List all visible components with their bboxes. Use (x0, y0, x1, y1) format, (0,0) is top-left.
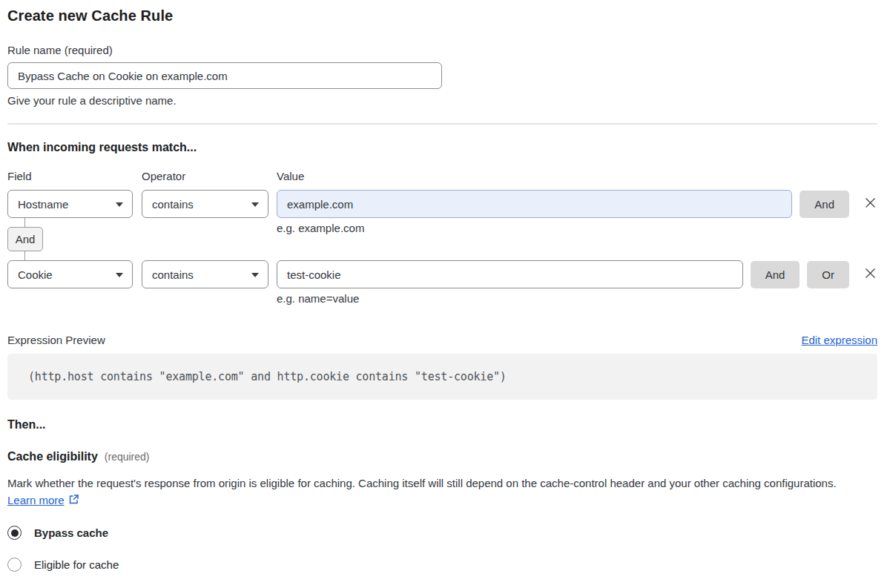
operator-select-1[interactable]: contains (142, 190, 268, 218)
value-input-1[interactable] (277, 190, 792, 218)
learn-more-link[interactable]: Learn more (7, 494, 65, 506)
field-select-1-value: Hostname (18, 198, 68, 211)
connector-line-bottom (24, 251, 25, 260)
connector-and-badge[interactable]: And (7, 227, 43, 251)
field-select-2-value: Cookie (18, 268, 53, 281)
and-button-row-2[interactable]: And (751, 261, 800, 288)
expression-code-block: (http.host contains "example.com" and ht… (7, 354, 877, 400)
field-select-1[interactable]: Hostname (7, 190, 133, 218)
value-hint-2: e.g. name=value (277, 292, 359, 305)
cache-eligibility-description: Mark whether the request's response from… (7, 475, 868, 510)
required-tag: (required) (105, 451, 150, 463)
radio-icon (7, 558, 22, 572)
chevron-down-icon (116, 273, 123, 277)
edit-expression-link[interactable]: Edit expression (801, 334, 877, 346)
or-button-row-2[interactable]: Or (807, 261, 849, 288)
chevron-down-icon (251, 273, 259, 277)
radio-label: Bypass cache (34, 526, 108, 539)
match-heading: When incoming requests match... (7, 141, 877, 154)
radio-option-bypass-cache[interactable]: Bypass cache (7, 526, 877, 540)
and-button-row-1[interactable]: And (800, 191, 849, 218)
operator-column-label: Operator (142, 170, 277, 182)
expression-preview-label: Expression Preview (7, 334, 105, 346)
value-input-2[interactable] (277, 260, 743, 288)
condition-row-2: Cookie contains And Or (7, 260, 877, 288)
remove-condition-2-button[interactable] (863, 268, 877, 282)
close-icon (863, 266, 877, 283)
cache-eligibility-heading: Cache eligibility (7, 450, 98, 463)
connector-line-top (24, 218, 25, 227)
chevron-down-icon (116, 202, 123, 207)
then-heading: Then... (7, 418, 877, 432)
create-cache-rule-page: Create new Cache Rule Rule name (require… (0, 7, 890, 572)
expression-code: (http.host contains "example.com" and ht… (28, 370, 507, 383)
field-column-label: Field (7, 170, 142, 182)
operator-select-2[interactable]: contains (142, 260, 268, 288)
radio-option-eligible-for-cache[interactable]: Eligible for cache (7, 558, 877, 572)
condition-column-labels: Field Operator Value (7, 170, 877, 182)
radio-icon (7, 526, 22, 540)
value-column-label: Value (277, 170, 877, 182)
rule-name-label: Rule name (required) (7, 44, 877, 56)
connector-band: e.g. example.com And (7, 218, 877, 260)
rule-name-help: Give your rule a descriptive name. (7, 94, 877, 107)
remove-condition-1-button[interactable] (863, 197, 877, 211)
radio-label: Eligible for cache (34, 558, 119, 571)
rule-name-input[interactable] (7, 62, 442, 89)
operator-select-1-value: contains (152, 198, 194, 211)
section-divider (7, 123, 877, 125)
value-hint-1: e.g. example.com (277, 222, 364, 234)
external-link-icon (67, 493, 80, 510)
close-icon (863, 196, 877, 212)
operator-select-2-value: contains (152, 268, 194, 281)
field-select-2[interactable]: Cookie (7, 260, 133, 288)
chevron-down-icon (251, 202, 259, 207)
condition-row-1: Hostname contains And (7, 190, 877, 218)
page-title: Create new Cache Rule (7, 7, 877, 24)
